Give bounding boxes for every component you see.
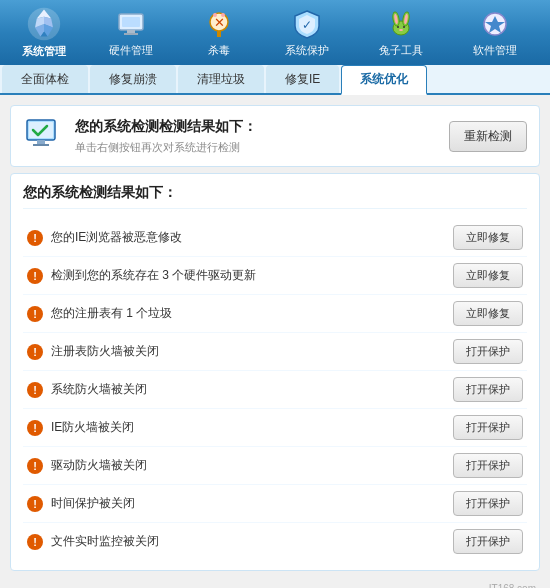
result-area: 您的系统检测结果如下： !您的IE浏览器被恶意修改立即修复!检测到您的系统存在 … xyxy=(10,173,540,571)
warn-icon: ! xyxy=(27,344,43,360)
software-icon xyxy=(479,8,511,40)
result-row: !文件实时监控被关闭打开保护 xyxy=(23,523,527,560)
svg-rect-2 xyxy=(122,17,140,27)
nav-item-antivirus[interactable]: ✕ 杀毒 xyxy=(195,4,243,62)
status-banner: 您的系统检测检测结果如下： 单击右侧按钮再次对系统进行检测 重新检测 xyxy=(10,105,540,167)
result-text: 时间保护被关闭 xyxy=(51,495,453,512)
footer: IT168.com xyxy=(0,581,550,588)
svg-point-9 xyxy=(221,13,225,17)
nav-label-shield: 系统保护 xyxy=(285,43,329,58)
warn-icon: ! xyxy=(27,306,43,322)
warn-icon: ! xyxy=(27,230,43,246)
result-row: !检测到您的系统存在 3 个硬件驱动更新立即修复 xyxy=(23,257,527,295)
nav-item-rabbit[interactable]: 兔子工具 xyxy=(371,4,431,62)
tab-clean-junk[interactable]: 清理垃圾 xyxy=(178,65,264,93)
result-text: 您的IE浏览器被恶意修改 xyxy=(51,229,453,246)
nav-item-software[interactable]: 软件管理 xyxy=(465,4,525,62)
svg-text:✕: ✕ xyxy=(214,15,225,30)
status-title: 您的系统检测检测结果如下： xyxy=(75,118,257,136)
status-subtitle: 单击右侧按钮再次对系统进行检测 xyxy=(75,140,257,155)
result-row: !您的注册表有 1 个垃圾立即修复 xyxy=(23,295,527,333)
protect-button[interactable]: 打开保护 xyxy=(453,377,523,402)
nav-label-rabbit: 兔子工具 xyxy=(379,43,423,58)
fix-button[interactable]: 立即修复 xyxy=(453,301,523,326)
tab-repair-ie[interactable]: 修复IE xyxy=(266,65,339,93)
svg-text:✓: ✓ xyxy=(302,18,312,32)
warn-icon: ! xyxy=(27,382,43,398)
result-text: 系统防火墙被关闭 xyxy=(51,381,453,398)
result-row: !IE防火墙被关闭打开保护 xyxy=(23,409,527,447)
result-text: 驱动防火墙被关闭 xyxy=(51,457,453,474)
warn-icon: ! xyxy=(27,496,43,512)
shield-icon: ✓ xyxy=(291,8,323,40)
svg-point-16 xyxy=(397,26,399,28)
svg-point-18 xyxy=(399,29,403,31)
result-text: 注册表防火墙被关闭 xyxy=(51,343,453,360)
status-text-block: 您的系统检测检测结果如下： 单击右侧按钮再次对系统进行检测 xyxy=(75,118,257,155)
protect-button[interactable]: 打开保护 xyxy=(453,339,523,364)
recheck-button[interactable]: 重新检测 xyxy=(449,121,527,152)
result-text: IE防火墙被关闭 xyxy=(51,419,453,436)
protect-button[interactable]: 打开保护 xyxy=(453,453,523,478)
warn-icon: ! xyxy=(27,534,43,550)
result-row: !您的IE浏览器被恶意修改立即修复 xyxy=(23,219,527,257)
svg-rect-7 xyxy=(217,31,221,37)
rabbit-icon xyxy=(385,8,417,40)
footer-text: IT168.com xyxy=(489,583,536,588)
fix-button[interactable]: 立即修复 xyxy=(453,263,523,288)
nav-items: 硬件管理 ✕ 杀毒 ✓ 系统保护 xyxy=(84,4,542,62)
warn-icon: ! xyxy=(27,458,43,474)
result-text: 检测到您的系统存在 3 个硬件驱动更新 xyxy=(51,267,453,284)
status-left: 您的系统检测检测结果如下： 单击右侧按钮再次对系统进行检测 xyxy=(23,116,257,156)
result-rows: !您的IE浏览器被恶意修改立即修复!检测到您的系统存在 3 个硬件驱动更新立即修… xyxy=(23,219,527,560)
svg-point-17 xyxy=(403,26,405,28)
top-bar: 系统管理 硬件管理 ✕ 杀毒 xyxy=(0,0,550,65)
result-row: !注册表防火墙被关闭打开保护 xyxy=(23,333,527,371)
svg-rect-4 xyxy=(124,33,138,35)
result-text: 您的注册表有 1 个垃圾 xyxy=(51,305,453,322)
tab-bar: 全面体检 修复崩溃 清理垃圾 修复IE 系统优化 xyxy=(0,65,550,95)
nav-label-hardware: 硬件管理 xyxy=(109,43,153,58)
nav-item-hardware[interactable]: 硬件管理 xyxy=(101,4,161,62)
protect-button[interactable]: 打开保护 xyxy=(453,529,523,554)
result-row: !时间保护被关闭打开保护 xyxy=(23,485,527,523)
result-row: !驱动防火墙被关闭打开保护 xyxy=(23,447,527,485)
antivirus-icon: ✕ xyxy=(203,8,235,40)
protect-button[interactable]: 打开保护 xyxy=(453,415,523,440)
svg-rect-23 xyxy=(33,144,49,146)
result-row: !系统防火墙被关闭打开保护 xyxy=(23,371,527,409)
logo-icon xyxy=(26,6,62,42)
svg-point-8 xyxy=(213,13,217,17)
logo-area: 系统管理 xyxy=(8,6,80,59)
warn-icon: ! xyxy=(27,268,43,284)
svg-rect-22 xyxy=(37,140,45,144)
status-pc-icon xyxy=(23,116,63,156)
logo-label: 系统管理 xyxy=(22,44,66,59)
result-title: 您的系统检测结果如下： xyxy=(23,184,527,209)
fix-button[interactable]: 立即修复 xyxy=(453,225,523,250)
nav-label-antivirus: 杀毒 xyxy=(208,43,230,58)
svg-rect-3 xyxy=(127,30,135,33)
tab-repair-crash[interactable]: 修复崩溃 xyxy=(90,65,176,93)
protect-button[interactable]: 打开保护 xyxy=(453,491,523,516)
warn-icon: ! xyxy=(27,420,43,436)
tab-system-optimize[interactable]: 系统优化 xyxy=(341,65,427,95)
nav-label-software: 软件管理 xyxy=(473,43,517,58)
result-text: 文件实时监控被关闭 xyxy=(51,533,453,550)
nav-item-shield[interactable]: ✓ 系统保护 xyxy=(277,4,337,62)
tab-full-check[interactable]: 全面体检 xyxy=(2,65,88,93)
hardware-icon xyxy=(115,8,147,40)
